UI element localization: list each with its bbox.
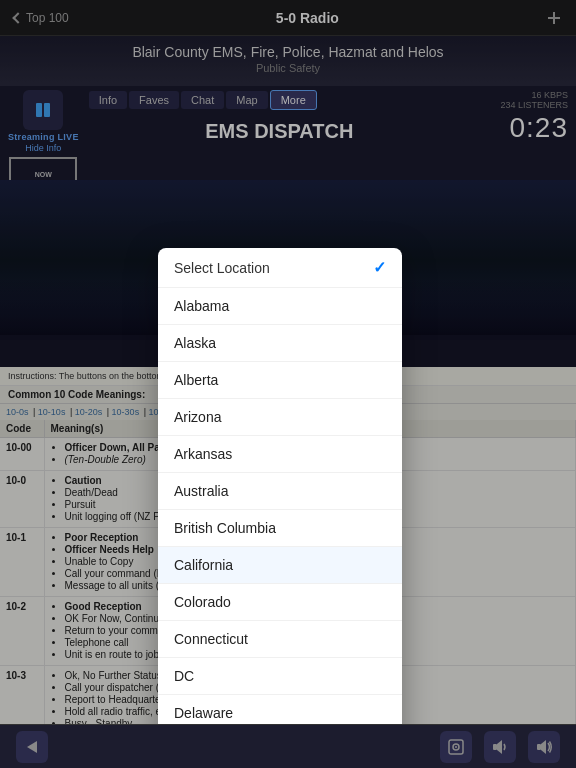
bottom-left bbox=[16, 731, 48, 763]
speaker-icon bbox=[491, 738, 509, 756]
dropdown-item-california[interactable]: California bbox=[158, 547, 402, 584]
dropdown-panel: Select Location ✓ Alabama Alaska Alberta… bbox=[158, 248, 402, 768]
dropdown-label: Alaska bbox=[174, 335, 216, 351]
svg-rect-8 bbox=[493, 744, 497, 750]
dropdown-item-dc[interactable]: DC bbox=[158, 658, 402, 695]
dropdown-item-alberta[interactable]: Alberta bbox=[158, 362, 402, 399]
bottom-toolbar bbox=[0, 724, 576, 768]
dropdown-item-arkansas[interactable]: Arkansas bbox=[158, 436, 402, 473]
dropdown-item-colorado[interactable]: Colorado bbox=[158, 584, 402, 621]
album-art-button[interactable] bbox=[440, 731, 472, 763]
svg-point-7 bbox=[455, 746, 457, 748]
dropdown-title: Select Location bbox=[174, 260, 270, 276]
dropdown-label: Arkansas bbox=[174, 446, 232, 462]
arrow-left-icon bbox=[27, 741, 37, 753]
svg-marker-9 bbox=[497, 740, 502, 754]
svg-rect-10 bbox=[537, 744, 541, 750]
dropdown-overlay[interactable]: Select Location ✓ Alabama Alaska Alberta… bbox=[0, 0, 576, 768]
dropdown-header-item[interactable]: Select Location ✓ bbox=[158, 248, 402, 288]
checkmark-icon: ✓ bbox=[373, 258, 386, 277]
dropdown-label: Arizona bbox=[174, 409, 221, 425]
dropdown-item-british-columbia[interactable]: British Columbia bbox=[158, 510, 402, 547]
dropdown-label: Australia bbox=[174, 483, 228, 499]
dropdown-label: Alberta bbox=[174, 372, 218, 388]
dropdown-label: California bbox=[174, 557, 233, 573]
dropdown-label: Colorado bbox=[174, 594, 231, 610]
speaker-button[interactable] bbox=[484, 731, 516, 763]
back-button[interactable] bbox=[16, 731, 48, 763]
volume-icon bbox=[535, 738, 553, 756]
dropdown-label: Connecticut bbox=[174, 631, 248, 647]
dropdown-item-arizona[interactable]: Arizona bbox=[158, 399, 402, 436]
dropdown-label: DC bbox=[174, 668, 194, 684]
bottom-right bbox=[440, 731, 560, 763]
dropdown-item-connecticut[interactable]: Connecticut bbox=[158, 621, 402, 658]
album-icon bbox=[447, 738, 465, 756]
volume-button[interactable] bbox=[528, 731, 560, 763]
dropdown-label: British Columbia bbox=[174, 520, 276, 536]
dropdown-item-australia[interactable]: Australia bbox=[158, 473, 402, 510]
dropdown-item-alaska[interactable]: Alaska bbox=[158, 325, 402, 362]
dropdown-label: Alabama bbox=[174, 298, 229, 314]
dropdown-label: Delaware bbox=[174, 705, 233, 721]
svg-marker-11 bbox=[541, 740, 546, 754]
dropdown-item-alabama[interactable]: Alabama bbox=[158, 288, 402, 325]
